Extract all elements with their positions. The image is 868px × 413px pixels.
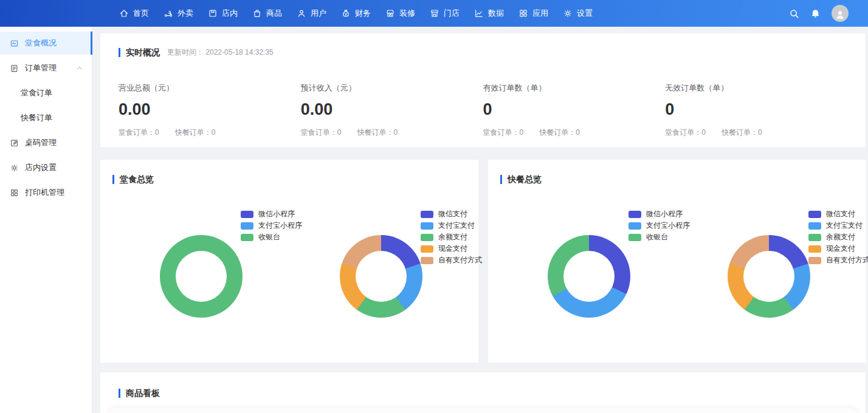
legend-swatch bbox=[421, 211, 433, 218]
legend-swatch bbox=[808, 211, 821, 218]
chart-legend: 微信支付支付宝支付余额支付现金支付自有支付方式 bbox=[421, 208, 482, 266]
legend-item[interactable]: 现金支付 bbox=[808, 243, 868, 254]
sidebar-item[interactable]: 堂食订单 bbox=[0, 81, 92, 104]
sidebar-item[interactable]: 店内设置 bbox=[0, 156, 92, 179]
nav-item-label: 用户 bbox=[311, 8, 326, 19]
nav-item-label: 外卖 bbox=[177, 8, 193, 19]
legend-item[interactable]: 余额支付 bbox=[421, 231, 482, 243]
sidebar-item-icon bbox=[10, 163, 19, 172]
legend-item[interactable]: 微信支付 bbox=[808, 208, 868, 220]
stat-block: 无效订单数（单） 0 堂食订单：0 快餐订单：0 bbox=[665, 83, 847, 138]
legend-label: 支付宝小程序 bbox=[258, 220, 302, 231]
sidebar-item[interactable]: 堂食概况 bbox=[0, 32, 92, 55]
sidebar-item-label: 桌码管理 bbox=[25, 137, 57, 148]
stat-value: 0 bbox=[483, 100, 666, 119]
nav-item-icon bbox=[474, 9, 484, 18]
chart-legend: 微信小程序支付宝小程序收银台 bbox=[629, 208, 690, 243]
legend-item[interactable]: 余额支付 bbox=[808, 231, 868, 243]
search-icon[interactable] bbox=[789, 9, 799, 19]
nav-item-label: 数据 bbox=[488, 8, 504, 19]
legend-item[interactable]: 微信小程序 bbox=[241, 208, 302, 220]
legend-label: 微信小程序 bbox=[258, 209, 295, 219]
avatar[interactable] bbox=[832, 5, 849, 22]
sidebar-item[interactable]: 桌码管理 bbox=[0, 131, 92, 154]
stat-label: 预计收入（元） bbox=[301, 83, 483, 94]
nav-item-label: 财务 bbox=[355, 8, 371, 19]
bell-icon[interactable] bbox=[810, 9, 821, 19]
topbar: 首页 外卖 店内 商品 用户 财务 装修 门店 bbox=[0, 0, 868, 27]
legend-swatch bbox=[421, 234, 433, 241]
legend-swatch bbox=[808, 234, 821, 241]
update-time-label: 更新时间： bbox=[167, 48, 204, 56]
sidebar: 堂食概况 订单管理 堂食订单 快餐订单 桌码管理 店内设置 打印机管理 bbox=[0, 27, 92, 413]
legend-item[interactable]: 微信小程序 bbox=[629, 208, 690, 220]
legend-item[interactable]: 现金支付 bbox=[421, 243, 482, 254]
legend-item[interactable]: 收银台 bbox=[241, 231, 302, 243]
legend-label: 余额支付 bbox=[826, 232, 855, 242]
sidebar-item[interactable]: 快餐订单 bbox=[0, 106, 92, 129]
legend-label: 余额支付 bbox=[438, 232, 467, 242]
nav-item-icon bbox=[164, 9, 173, 18]
nav-item[interactable]: 数据 bbox=[467, 0, 511, 27]
nav-item[interactable]: 首页 bbox=[112, 0, 156, 27]
sidebar-item-icon bbox=[10, 188, 19, 197]
sidebar-item-label: 店内设置 bbox=[25, 162, 57, 173]
legend-item[interactable]: 支付宝支付 bbox=[808, 220, 868, 231]
main-content: 实时概况 更新时间： 2022-05-18 14:32:35 营业总额（元） 0… bbox=[92, 27, 868, 413]
legend-label: 支付宝小程序 bbox=[646, 220, 690, 231]
nav-item[interactable]: 财务 bbox=[334, 0, 378, 27]
nav-item-icon bbox=[252, 9, 262, 18]
stat-sub-dinein: 堂食订单：0 bbox=[665, 128, 706, 138]
nav-item[interactable]: 应用 bbox=[511, 0, 556, 27]
nav-item-icon bbox=[563, 9, 573, 18]
sidebar-item-icon bbox=[10, 64, 19, 73]
stat-sub-fastfood: 快餐订单：0 bbox=[722, 128, 762, 138]
nav-item-label: 商品 bbox=[266, 8, 282, 19]
legend-label: 自有支付方式 bbox=[826, 255, 868, 265]
sidebar-item[interactable]: 打印机管理 bbox=[0, 181, 92, 204]
legend-item[interactable]: 微信支付 bbox=[421, 208, 482, 220]
nav-item-label: 应用 bbox=[532, 8, 548, 19]
sidebar-item-label: 订单管理 bbox=[25, 63, 57, 73]
legend-item[interactable]: 支付宝小程序 bbox=[241, 220, 302, 231]
nav-item-label: 首页 bbox=[133, 8, 149, 19]
nav-item[interactable]: 店内 bbox=[201, 0, 245, 27]
legend-item[interactable]: 支付宝小程序 bbox=[629, 220, 690, 231]
legend-label: 自有支付方式 bbox=[438, 255, 482, 265]
nav-item-icon bbox=[297, 9, 306, 18]
stat-block: 预计收入（元） 0.00 堂食订单：0 快餐订单：0 bbox=[301, 83, 483, 138]
legend-swatch bbox=[421, 222, 433, 230]
legend-swatch bbox=[241, 211, 253, 218]
stat-value: 0 bbox=[665, 100, 847, 119]
stat-value: 0.00 bbox=[301, 100, 483, 119]
nav-item[interactable]: 门店 bbox=[422, 0, 467, 27]
nav-item-icon bbox=[430, 9, 439, 18]
section-title-dinein: 堂食总览 bbox=[112, 175, 154, 184]
legend-label: 支付宝支付 bbox=[438, 220, 475, 231]
sidebar-item[interactable]: 订单管理 bbox=[0, 56, 92, 80]
nav-item[interactable]: 设置 bbox=[556, 0, 600, 27]
donut-chart-order-source bbox=[548, 235, 630, 318]
section-title-realtime: 实时概况 bbox=[119, 48, 160, 57]
legend-item[interactable]: 自有支付方式 bbox=[808, 254, 868, 266]
nav-item-icon bbox=[208, 9, 218, 18]
donut-chart-payment-method bbox=[728, 235, 810, 318]
stat-label: 无效订单数（单） bbox=[665, 83, 847, 94]
realtime-overview-card: 实时概况 更新时间： 2022-05-18 14:32:35 营业总额（元） 0… bbox=[100, 33, 866, 147]
legend-item[interactable]: 收银台 bbox=[629, 231, 690, 243]
sidebar-item-icon bbox=[10, 138, 19, 148]
legend-item[interactable]: 自有支付方式 bbox=[421, 254, 482, 266]
nav-item[interactable]: 外卖 bbox=[156, 0, 201, 27]
section-title-product-board: 商品看板 bbox=[119, 389, 160, 398]
legend-swatch bbox=[808, 257, 821, 264]
nav-item[interactable]: 装修 bbox=[378, 0, 422, 27]
dinein-overview-panel: 堂食总览 微信小程序支付宝小程序收银台 微信支付支付宝支付余额支付现金支付自有支… bbox=[100, 160, 478, 363]
stat-block: 营业总额（元） 0.00 堂食订单：0 快餐订单：0 bbox=[119, 83, 301, 138]
nav-item[interactable]: 用户 bbox=[289, 0, 334, 27]
fastfood-overview-panel: 快餐总览 微信小程序支付宝小程序收银台 微信支付支付宝支付余额支付现金支付自有支… bbox=[488, 160, 866, 363]
chevron-up-icon bbox=[76, 64, 83, 72]
legend-item[interactable]: 支付宝支付 bbox=[421, 220, 482, 231]
main-nav: 首页 外卖 店内 商品 用户 财务 装修 门店 bbox=[112, 0, 600, 27]
legend-label: 收银台 bbox=[258, 232, 280, 242]
nav-item[interactable]: 商品 bbox=[245, 0, 289, 27]
